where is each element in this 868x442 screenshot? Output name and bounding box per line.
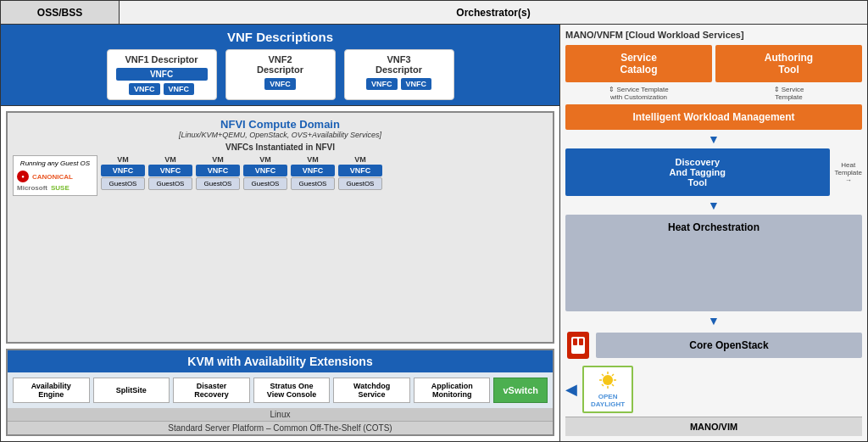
nfvi-subtitle: [Linux/KVM+QEMU, OpenStack, OVS+Availabi…: [13, 131, 548, 139]
vm6: VM VNFC GuestOS: [338, 155, 382, 190]
vnf-section: VNF Descriptions VNF1 Descriptor VNFC VN…: [1, 25, 559, 106]
suse-label: SUSE: [51, 184, 70, 192]
discovery-tool-box: DiscoveryAnd TaggingTool: [565, 148, 830, 196]
vnf3-vnfc-row: VNFC VNFC: [353, 78, 445, 90]
nfvi-title: NFVI Compute Domain: [13, 118, 548, 131]
mano-header: MANO/VNFM [Cloud Workload Services]: [565, 30, 862, 40]
oss-label: OSS/BSS: [1, 1, 120, 24]
vm1: VM VNFC GuestOS: [101, 155, 145, 190]
cots-bar: Standard Server Platform – Common Off-Th…: [8, 421, 553, 434]
vnf2-title: VNF2Descriptor: [235, 54, 326, 75]
core-openstack-box: Core OpenStack: [596, 333, 862, 358]
svg-rect-3: [579, 338, 583, 345]
odl-row: ◀ OPENDAYLIGHT: [565, 366, 862, 413]
iwm-box: Intelligent Workload Management: [565, 104, 862, 130]
main-container: OSS/BSS Orchestrator(s) VNF Descriptions…: [0, 0, 868, 442]
vm3: VM VNFC GuestOS: [196, 155, 240, 190]
canonical-label: CANONICAL: [32, 173, 73, 181]
nfvi-section: NFVI Compute Domain [Linux/KVM+QEMU, Ope…: [6, 111, 554, 344]
vnf3-vnfc-2: VNFC: [401, 78, 432, 90]
svg-line-9: [602, 374, 604, 376]
availability-engine: AvailabilityEngine: [13, 378, 90, 403]
core-openstack-row: Core OpenStack: [565, 330, 862, 361]
template-labels-row: ⇕ Service Templatewith Customization ⇕ S…: [565, 86, 862, 101]
vnf1-vnfc-top: VNFC: [116, 68, 208, 81]
microsoft-row: Microsoft SUSE: [17, 184, 70, 192]
nfvi-inner: Running any Guest OS ● CANONICAL Microso…: [13, 155, 548, 196]
splitsite: SplitSite: [93, 378, 170, 403]
vnfcs-instantiated: VNFCs Instantiated in NFVI: [13, 143, 548, 152]
vnf-descriptors: VNF1 Descriptor VNFC VNFC VNFC VNF2Descr…: [9, 49, 551, 100]
template-label-2: ⇕ ServiceTemplate: [715, 86, 862, 101]
orchestrator-label: Orchestrator(s): [120, 1, 867, 24]
vnf1-title: VNF1 Descriptor: [116, 54, 208, 64]
guest-os-box: Running any Guest OS ● CANONICAL Microso…: [13, 155, 97, 196]
opendaylight-box: OPENDAYLIGHT: [582, 366, 633, 413]
openstack-fire-icon: [565, 330, 591, 361]
arrow-down-3: ▼: [565, 315, 862, 327]
disaster-recovery: DisasterRecovery: [173, 378, 250, 403]
application-monitoring: ApplicationMonitoring: [414, 378, 491, 403]
right-panel: MANO/VNFM [Cloud Workload Services] Serv…: [560, 25, 867, 441]
vnf3-title: VNF3Descriptor: [353, 54, 445, 75]
discovery-row: DiscoveryAnd TaggingTool HeatTemplate→: [565, 148, 862, 196]
svg-point-4: [603, 375, 613, 385]
kvm-section: KVM with Availability Extensions Availab…: [6, 349, 554, 436]
svg-rect-2: [573, 338, 577, 345]
kvm-title: KVM with Availability Extensions: [8, 350, 553, 372]
redhat-icon: ●: [17, 171, 29, 182]
odl-text: OPENDAYLIGHT: [591, 393, 625, 408]
linux-bar: Linux: [8, 408, 553, 421]
svg-line-11: [612, 374, 614, 376]
vnf1-vnfc-1: VNFC: [129, 83, 160, 95]
heat-orch-box: Heat Orchestration: [565, 215, 862, 311]
mano-top-row: ServiceCatalog AuthoringTool: [565, 45, 862, 82]
vswitch: vSwitch: [493, 378, 548, 403]
vnf1-vnfc-row: VNFC VNFC: [116, 83, 208, 95]
vnf2-vnfc-1: VNFC: [264, 78, 296, 90]
svg-line-10: [612, 384, 614, 386]
arrow-left: ◀: [565, 380, 577, 399]
top-bar: OSS/BSS Orchestrator(s): [1, 1, 867, 25]
watchdog-service: WatchdogService: [333, 378, 410, 403]
vnf2-descriptor: VNF2Descriptor VNFC: [225, 49, 336, 100]
vnf-title: VNF Descriptions: [9, 30, 551, 44]
service-catalog-box: ServiceCatalog: [565, 45, 712, 82]
vnf1-descriptor: VNF1 Descriptor VNFC VNFC VNFC: [107, 49, 217, 100]
logos-area: ● CANONICAL Microsoft SUSE: [17, 171, 93, 192]
heat-template-label: HeatTemplate→: [835, 161, 862, 184]
vm4: VM VNFC GuestOS: [243, 155, 287, 190]
vnf3-vnfc-1: VNFC: [366, 78, 398, 90]
kvm-components: AvailabilityEngine SplitSite DisasterRec…: [8, 372, 553, 408]
arrow-down-2: ▼: [565, 199, 862, 211]
mano-vim-box: MANO/VIM: [565, 417, 862, 436]
authoring-tool-box: AuthoringTool: [715, 45, 862, 82]
redhat-row: ● CANONICAL: [17, 171, 73, 182]
svg-line-12: [602, 384, 604, 386]
vm2: VM VNFC GuestOS: [148, 155, 192, 190]
stratus-one: Stratus OneView Console: [253, 378, 331, 403]
vm5: VM VNFC GuestOS: [291, 155, 335, 190]
vnf2-vnfc-row: VNFC: [235, 78, 326, 90]
vnf1-vnfc-2: VNFC: [164, 83, 195, 95]
guest-os-title: Running any Guest OS: [17, 159, 93, 167]
content-area: VNF Descriptions VNF1 Descriptor VNFC VN…: [1, 25, 867, 441]
left-panel: VNF Descriptions VNF1 Descriptor VNFC VN…: [1, 25, 560, 441]
microsoft-label: Microsoft: [17, 184, 47, 192]
odl-sun-icon: [596, 371, 620, 389]
arrow-down-1: ▼: [565, 133, 862, 145]
vnf3-descriptor: VNF3Descriptor VNFC VNFC: [344, 49, 454, 100]
template-label-1: ⇕ Service Templatewith Customization: [565, 86, 712, 101]
